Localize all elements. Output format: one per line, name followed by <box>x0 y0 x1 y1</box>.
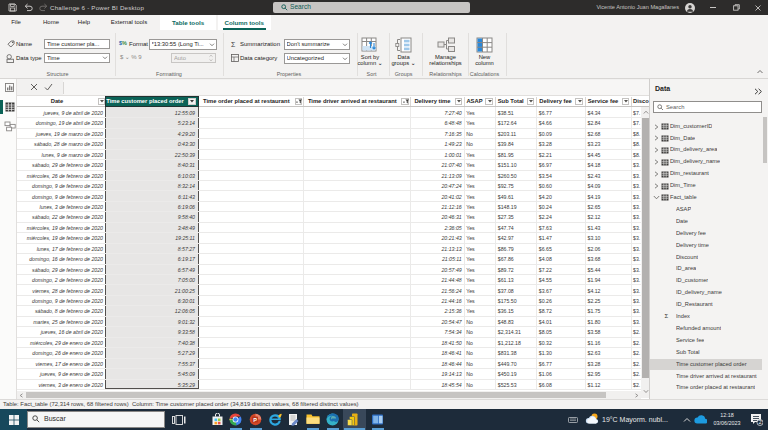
svg-text:2: 2 <box>758 419 761 425</box>
svg-text:P: P <box>253 416 257 422</box>
